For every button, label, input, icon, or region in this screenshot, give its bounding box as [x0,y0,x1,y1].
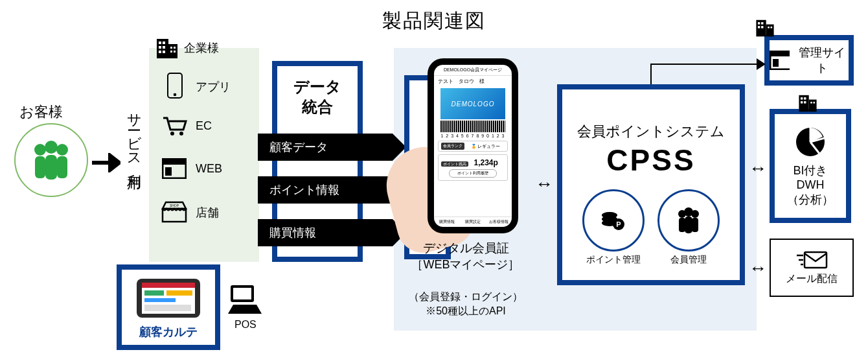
svg-rect-15 [174,47,176,49]
svg-rect-49 [773,59,779,67]
svg-point-21 [179,132,183,135]
points-value: 1,234p [474,158,497,167]
svg-rect-31 [166,290,192,296]
cpss-title: 会員ポイントシステム [577,122,725,141]
dblarrow-cpss-mail: ↔ [749,258,767,279]
mail-icon [795,250,828,270]
pie-chart-icon [794,125,827,159]
pos-icon [227,283,263,320]
svg-point-0 [34,144,46,156]
channel-ec-label: EC [196,119,212,133]
connector-arrowhead [757,58,766,73]
digital-card-note2: ※50種以上のAPI [398,305,534,318]
arrow-customer-to-service [91,153,120,175]
svg-rect-12 [159,51,161,53]
svg-rect-52 [758,22,760,24]
svg-rect-53 [761,22,763,24]
phone-nav-0[interactable]: 購買情報 [434,217,460,227]
cpss-name: CPSS [606,143,695,178]
svg-rect-68 [810,102,812,104]
bi-building-icon [797,91,819,115]
admin-site-icon [770,51,790,70]
member-mgmt-label: 会員管理 [657,254,720,266]
svg-point-20 [170,132,174,135]
channel-ec-icon [162,115,188,140]
svg-rect-30 [144,290,164,296]
point-mgmt-circle: P [582,189,645,252]
svg-rect-25 [163,209,186,222]
points-detail-btn[interactable]: ポイント利用履歴 [449,169,497,178]
points-label: ポイント残高 [441,161,468,167]
customer-label: お客様 [19,102,63,122]
pos-label: POS [234,319,257,331]
svg-rect-4 [45,155,57,180]
coins-icon: P [599,206,628,235]
connector-v [650,64,652,84]
karte-label: 顧客カルテ [139,324,198,340]
bar-customer-data: 顧客データ [258,134,393,161]
svg-rect-70 [805,252,827,268]
bar-point-info-label: ポイント情報 [269,182,339,198]
svg-rect-33 [144,305,191,311]
admin-building-icon [754,16,776,40]
svg-rect-63 [809,100,817,112]
svg-rect-45 [685,217,692,233]
bar-customer-data-label: 顧客データ [269,139,328,155]
svg-rect-13 [163,51,165,53]
barcode-graphic [440,121,505,132]
svg-rect-67 [804,101,806,103]
svg-rect-48 [770,51,790,56]
svg-rect-14 [170,47,172,49]
bi-dwh-box: BI付き DWH （分析） [770,109,851,223]
svg-rect-32 [144,298,176,302]
bar-purchase-info: 購買情報 [258,219,393,246]
rank-label: 会員ランク [441,143,464,150]
svg-rect-35 [233,288,251,299]
people-icon [27,141,75,180]
phone-nav-2[interactable]: お客様情報 [486,217,512,227]
channel-app-label: アプリ [196,79,231,95]
svg-point-2 [56,144,68,156]
point-mgmt-label: ポイント管理 [582,254,645,266]
bar-purchase-info-label: 購買情報 [269,225,316,240]
barcode-number: 1 2 3 4 5 6 7 8 9 0 1 2 3 [434,134,512,138]
digital-card-title1: デジタル会員証 [398,240,534,257]
mail-box: メール配信 [770,239,854,297]
svg-rect-64 [801,97,803,99]
mail-label: メール配信 [786,272,838,286]
svg-rect-10 [159,46,161,49]
admin-site-label: 管理サイト [795,45,849,76]
phone-nav-1[interactable]: 購買設定 [460,217,486,227]
svg-rect-65 [804,97,806,99]
bar-point-info: ポイント情報 [258,176,393,204]
svg-rect-16 [170,51,172,53]
data-integration-title: データ 統合 [272,76,363,117]
diagram-title: 製品関連図 [382,8,486,34]
cpss-box: 会員ポイントシステム CPSS P ポイント管理 会員管理 [557,84,745,285]
channel-web-label: WEB [196,162,222,176]
enterprise-label: 企業様 [184,40,219,56]
channel-store-icon: SHOP [161,201,188,226]
digital-card-title2: ［WEBマイページ］ [398,257,534,272]
bi-line2: DWH [797,178,825,192]
customer-circle [14,123,88,197]
phone-card-logo: DEMOLOGO [440,88,505,119]
svg-rect-3 [35,156,45,178]
svg-rect-23 [163,159,186,165]
svg-rect-29 [142,283,195,288]
svg-rect-5 [57,156,67,178]
svg-rect-51 [766,25,774,37]
channel-store-label: 店舗 [196,205,219,220]
svg-text:P: P [616,220,621,228]
phone-username: テスト タロウ 様 [434,76,512,87]
connector-h [650,64,759,65]
phone-mockup: DEMOLOGO会員マイページ テスト タロウ 様 DEMOLOGO 1 2 3… [428,58,518,233]
service-use-label: サービス利用 [124,104,144,168]
svg-rect-11 [163,46,165,49]
members-icon [673,206,704,235]
dblarrow-cpss-bi: ↔ [749,158,767,179]
bi-line3: （分析） [787,192,834,207]
svg-point-19 [174,93,177,97]
karte-box: 顧客カルテ [117,264,220,350]
svg-rect-7 [168,44,177,58]
